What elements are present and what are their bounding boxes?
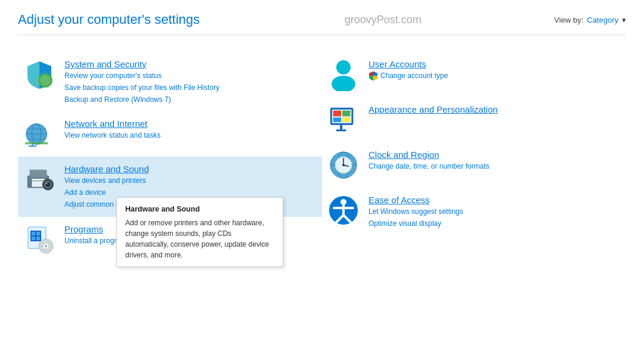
svg-point-29 — [45, 245, 47, 247]
category-clock-region[interactable]: Clock and Region Change date, time, or n… — [322, 142, 626, 188]
hardware-title[interactable]: Hardware and Sound — [64, 164, 166, 174]
svg-rect-38 — [340, 125, 342, 130]
hardware-link-0[interactable]: View devices and printers — [64, 176, 166, 186]
svg-rect-24 — [32, 237, 35, 240]
svg-rect-35 — [342, 111, 350, 117]
network-title[interactable]: Network and Internet — [64, 119, 160, 129]
svg-rect-10 — [25, 142, 48, 145]
ease-text: Ease of Access Let Windows suggest setti… — [369, 195, 463, 229]
tooltip-body: Add or remove printers and other hardwar… — [125, 218, 274, 260]
appearance-icon — [328, 105, 359, 135]
svg-rect-37 — [342, 117, 350, 122]
svg-point-18 — [46, 183, 48, 185]
svg-rect-12 — [30, 170, 47, 178]
tooltip-title: Hardware and Sound — [125, 204, 274, 215]
right-column: User Accounts Ch — [322, 52, 626, 262]
svg-rect-34 — [333, 111, 341, 117]
category-appearance[interactable]: Appearance and Personalization — [322, 97, 626, 142]
user-accounts-icon-container — [328, 59, 359, 90]
svg-point-31 — [332, 76, 355, 91]
category-network-internet[interactable]: Network and Internet View network status… — [18, 111, 322, 157]
clock-link-0[interactable]: Change date, time, or number formats — [369, 161, 490, 172]
category-hardware-sound[interactable]: Hardware and Sound View devices and prin… — [18, 157, 322, 216]
page-title: Adjust your computer's settings — [18, 12, 200, 27]
watermark: groovyPost.com — [212, 14, 554, 26]
system-security-icon — [24, 59, 55, 90]
clock-text: Clock and Region Change date, time, or n… — [369, 150, 490, 172]
hardware-sound-icon — [24, 164, 55, 194]
clock-region-icon — [328, 150, 359, 181]
view-by-label: View by: — [554, 15, 583, 24]
system-security-link-0[interactable]: Review your computer's status — [64, 71, 219, 81]
network-link-0[interactable]: View network status and tasks — [64, 130, 160, 141]
svg-rect-25 — [36, 237, 40, 240]
programs-icon — [24, 225, 54, 254]
svg-point-30 — [336, 60, 351, 74]
system-security-title[interactable]: System and Security — [64, 59, 219, 69]
system-security-text: System and Security Review your computer… — [64, 59, 219, 104]
svg-rect-36 — [333, 117, 341, 122]
hardware-link-1[interactable]: Add a device — [64, 188, 166, 198]
ease-icon-container — [328, 195, 359, 226]
control-panel: Adjust your computer's settings groovyPo… — [0, 0, 644, 348]
category-ease-of-access[interactable]: Ease of Access Let Windows suggest setti… — [322, 188, 626, 236]
content-grid: System and Security Review your computer… — [18, 52, 626, 262]
ease-title[interactable]: Ease of Access — [369, 195, 463, 205]
svg-point-1 — [40, 75, 51, 86]
ease-link-0[interactable]: Let Windows suggest settings — [369, 207, 463, 217]
clock-icon-container — [328, 150, 359, 181]
network-internet-icon — [24, 120, 55, 148]
category-system-security[interactable]: System and Security Review your computer… — [18, 52, 322, 111]
svg-rect-39 — [336, 129, 346, 131]
system-security-icon-container — [24, 59, 55, 90]
ease-link-1[interactable]: Optimize visual display — [369, 219, 463, 229]
svg-rect-14 — [32, 179, 44, 181]
clock-title[interactable]: Clock and Region — [369, 150, 490, 160]
chevron-down-icon: ▾ — [622, 15, 626, 24]
category-user-accounts[interactable]: User Accounts Ch — [322, 52, 626, 97]
svg-rect-23 — [36, 232, 40, 235]
svg-point-48 — [342, 164, 345, 166]
appearance-text: Appearance and Personalization — [369, 104, 498, 114]
ease-of-access-icon — [328, 195, 359, 226]
hardware-tooltip: Hardware and Sound Add or remove printer… — [116, 197, 283, 267]
system-security-link-2[interactable]: Backup and Restore (Windows 7) — [64, 95, 219, 105]
view-by-dropdown[interactable]: Category — [587, 15, 618, 24]
user-accounts-icon — [329, 58, 358, 91]
user-accounts-link-0[interactable]: Change account type — [380, 71, 448, 81]
appearance-title[interactable]: Appearance and Personalization — [369, 104, 498, 114]
user-accounts-shield-row: Change account type — [369, 71, 448, 81]
left-column: System and Security Review your computer… — [18, 52, 322, 262]
svg-rect-22 — [32, 232, 35, 235]
header: Adjust your computer's settings groovyPo… — [18, 12, 626, 35]
svg-rect-9 — [29, 146, 36, 147]
network-text: Network and Internet View network status… — [64, 119, 160, 141]
system-security-link-1[interactable]: Save backup copies of your files with Fi… — [64, 83, 219, 93]
user-accounts-text: User Accounts Ch — [369, 59, 448, 81]
view-by-section: View by: Category ▾ — [554, 15, 626, 24]
user-accounts-title[interactable]: User Accounts — [369, 59, 448, 69]
network-icon-container — [24, 119, 55, 150]
programs-icon-container — [24, 224, 55, 255]
hardware-icon-container — [24, 164, 55, 195]
uac-shield-icon — [369, 71, 378, 80]
appearance-icon-container — [328, 104, 359, 135]
